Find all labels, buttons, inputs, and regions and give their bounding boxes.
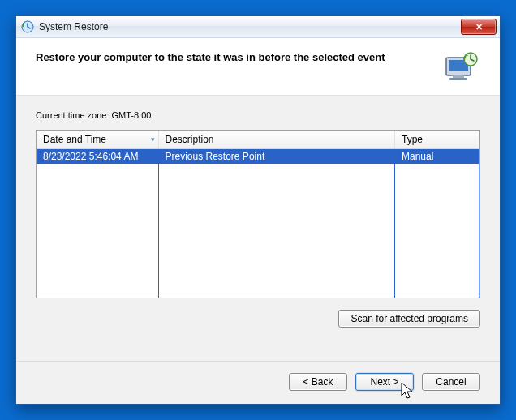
close-icon: ✕ <box>475 23 483 32</box>
wizard-body: Current time zone: GMT-8:00 Date and Tim… <box>16 96 500 361</box>
column-header-type[interactable]: Type <box>395 131 479 149</box>
cell-description: Previous Restore Point <box>158 149 395 165</box>
table-row <box>37 289 479 298</box>
table-row <box>37 164 479 182</box>
page-heading: Restore your computer to the state it wa… <box>36 51 385 63</box>
table-row[interactable]: 8/23/2022 5:46:04 AM Previous Restore Po… <box>37 149 479 165</box>
sort-indicator-icon: ▾ <box>151 135 155 144</box>
wizard-footer: < Back Next > Cancel <box>16 361 500 404</box>
system-restore-icon <box>21 20 34 33</box>
cell-datetime: 8/23/2022 5:46:04 AM <box>37 149 158 165</box>
table-row <box>37 199 479 217</box>
column-label: Date and Time <box>43 134 106 145</box>
column-label: Type <box>402 134 423 145</box>
column-label: Description <box>166 134 214 145</box>
table-row <box>37 271 479 289</box>
cancel-button[interactable]: Cancel <box>422 373 480 391</box>
titlebar: System Restore ✕ <box>16 16 500 38</box>
system-restore-window: System Restore ✕ Restore your computer t… <box>15 15 501 405</box>
restore-points-table[interactable]: Date and Time ▾ Description Type 8/23/20… <box>36 130 480 298</box>
window-title: System Restore <box>39 21 108 32</box>
table-row <box>37 182 479 199</box>
wizard-header: Restore your computer to the state it wa… <box>16 38 500 96</box>
back-button[interactable]: < Back <box>289 373 347 391</box>
close-button[interactable]: ✕ <box>461 19 497 35</box>
timezone-label: Current time zone: GMT-8:00 <box>36 110 480 120</box>
scan-affected-programs-button[interactable]: Scan for affected programs <box>338 310 480 328</box>
column-header-description[interactable]: Description <box>158 131 395 149</box>
table-row <box>37 217 479 235</box>
table-row <box>37 235 479 253</box>
svg-rect-3 <box>453 75 464 78</box>
column-header-datetime[interactable]: Date and Time ▾ <box>37 131 158 149</box>
next-button[interactable]: Next > <box>355 373 414 391</box>
table-row <box>37 253 479 271</box>
cell-type: Manual <box>395 149 479 165</box>
svg-rect-4 <box>449 78 467 80</box>
restore-monitor-icon <box>441 51 480 84</box>
